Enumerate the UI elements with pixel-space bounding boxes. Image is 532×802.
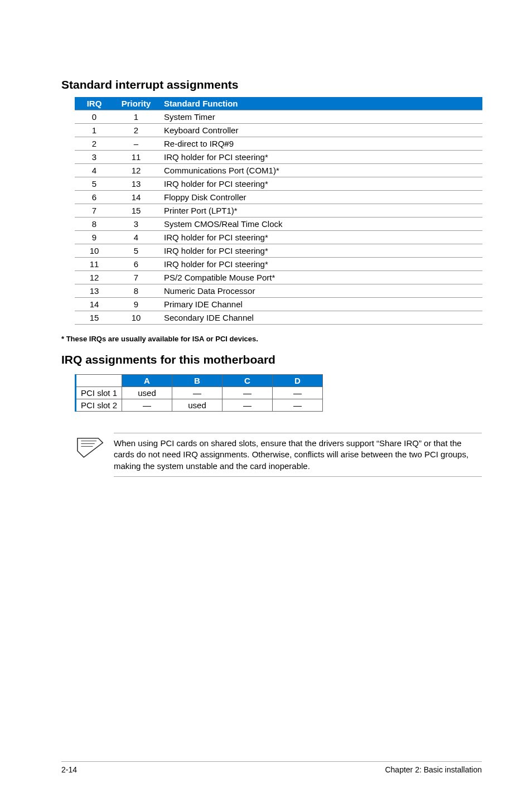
irq-cell-priority: 13 bbox=[114, 177, 158, 191]
irq-cell-irq: 5 bbox=[75, 177, 114, 191]
irq-cell-function: IRQ holder for PCI steering* bbox=[158, 231, 482, 244]
irq-cell-irq: 1 bbox=[75, 124, 114, 137]
irq-cell-function: Communications Port (COM1)* bbox=[158, 164, 482, 177]
irq-cell-irq: 12 bbox=[75, 271, 114, 284]
irq-cell-priority: 8 bbox=[114, 284, 158, 298]
table-row: 138Numeric Data Processor bbox=[75, 284, 482, 298]
irq-cell-function: System Timer bbox=[158, 110, 482, 124]
irq-cell-irq: 6 bbox=[75, 191, 114, 204]
table-row: 127PS/2 Compatible Mouse Port* bbox=[75, 271, 482, 284]
irq-footnote: * These IRQs are usually available for I… bbox=[61, 335, 482, 343]
pci-cell: — bbox=[172, 387, 223, 399]
page: Standard interrupt assignments IRQ Prior… bbox=[0, 0, 532, 802]
pci-cell: — bbox=[223, 387, 273, 399]
irq-cell-function: Printer Port (LPT1)* bbox=[158, 204, 482, 218]
table-row: 94IRQ holder for PCI steering* bbox=[75, 231, 482, 244]
table-row: 2–Re-direct to IRQ#9 bbox=[75, 137, 482, 151]
irq-cell-priority: 12 bbox=[114, 164, 158, 177]
pci-cell: — bbox=[223, 399, 273, 412]
irq-cell-function: IRQ holder for PCI steering* bbox=[158, 177, 482, 191]
table-row: 01System Timer bbox=[75, 110, 482, 124]
table-row: 412Communications Port (COM1)* bbox=[75, 164, 482, 177]
irq-cell-function: PS/2 Compatible Mouse Port* bbox=[158, 271, 482, 284]
irq-cell-irq: 0 bbox=[75, 110, 114, 124]
pci-cell: used bbox=[172, 399, 223, 412]
footer-page-number: 2-14 bbox=[61, 765, 77, 774]
note-text: When using PCI cards on shared slots, en… bbox=[114, 433, 482, 477]
irq-cell-irq: 15 bbox=[75, 311, 114, 325]
irq-cell-priority: 10 bbox=[114, 311, 158, 325]
irq-cell-function: Floppy Disk Controller bbox=[158, 191, 482, 204]
irq-cell-function: System CMOS/Real Time Clock bbox=[158, 218, 482, 231]
irq-th-function: Standard Function bbox=[158, 97, 482, 110]
note-icon bbox=[75, 433, 104, 461]
footer-chapter: Chapter 2: Basic installation bbox=[385, 765, 482, 774]
irq-cell-priority: 1 bbox=[114, 110, 158, 124]
pci-th-d: D bbox=[273, 375, 323, 387]
table-row: 116IRQ holder for PCI steering* bbox=[75, 258, 482, 271]
pci-th-a: A bbox=[122, 375, 172, 387]
table-row: 311IRQ holder for PCI steering* bbox=[75, 151, 482, 164]
irq-cell-irq: 14 bbox=[75, 298, 114, 311]
irq-cell-priority: 2 bbox=[114, 124, 158, 137]
irq-cell-function: IRQ holder for PCI steering* bbox=[158, 244, 482, 258]
page-footer: 2-14 Chapter 2: Basic installation bbox=[61, 761, 482, 774]
table-row: 715Printer Port (LPT1)* bbox=[75, 204, 482, 218]
irq-cell-priority: 6 bbox=[114, 258, 158, 271]
irq-cell-irq: 13 bbox=[75, 284, 114, 298]
pci-th-c: C bbox=[223, 375, 273, 387]
pci-table: A B C D PCI slot 1used———PCI slot 2—used… bbox=[75, 374, 323, 412]
irq-cell-priority: – bbox=[114, 137, 158, 151]
table-row: 614Floppy Disk Controller bbox=[75, 191, 482, 204]
irq-cell-priority: 9 bbox=[114, 298, 158, 311]
irq-cell-priority: 4 bbox=[114, 231, 158, 244]
table-row: PCI slot 2—used—— bbox=[76, 399, 323, 412]
irq-table: IRQ Priority Standard Function 01System … bbox=[75, 97, 482, 325]
irq-cell-irq: 9 bbox=[75, 231, 114, 244]
table-row: 149Primary IDE Channel bbox=[75, 298, 482, 311]
pci-cell: used bbox=[122, 387, 172, 399]
pci-th-empty bbox=[76, 375, 122, 387]
irq-cell-function: Secondary IDE Channel bbox=[158, 311, 482, 325]
irq-cell-priority: 14 bbox=[114, 191, 158, 204]
irq-cell-priority: 5 bbox=[114, 244, 158, 258]
pci-row-name: PCI slot 1 bbox=[76, 387, 122, 399]
heading-irq-assignments: IRQ assignments for this motherboard bbox=[61, 353, 482, 366]
irq-cell-irq: 11 bbox=[75, 258, 114, 271]
irq-cell-function: Re-direct to IRQ#9 bbox=[158, 137, 482, 151]
irq-cell-priority: 3 bbox=[114, 218, 158, 231]
table-row: 105IRQ holder for PCI steering* bbox=[75, 244, 482, 258]
irq-cell-priority: 11 bbox=[114, 151, 158, 164]
pci-row-name: PCI slot 2 bbox=[76, 399, 122, 412]
irq-cell-function: IRQ holder for PCI steering* bbox=[158, 151, 482, 164]
irq-cell-irq: 3 bbox=[75, 151, 114, 164]
heading-standard-interrupt: Standard interrupt assignments bbox=[61, 78, 482, 91]
table-row: 513IRQ holder for PCI steering* bbox=[75, 177, 482, 191]
irq-cell-function: Primary IDE Channel bbox=[158, 298, 482, 311]
irq-cell-function: IRQ holder for PCI steering* bbox=[158, 258, 482, 271]
pci-th-b: B bbox=[172, 375, 223, 387]
irq-cell-irq: 7 bbox=[75, 204, 114, 218]
table-row: PCI slot 1used——— bbox=[76, 387, 323, 399]
irq-cell-priority: 15 bbox=[114, 204, 158, 218]
note-block: When using PCI cards on shared slots, en… bbox=[75, 433, 482, 477]
table-row: 12Keyboard Controller bbox=[75, 124, 482, 137]
table-row: 83System CMOS/Real Time Clock bbox=[75, 218, 482, 231]
pci-cell: — bbox=[273, 387, 323, 399]
irq-cell-irq: 8 bbox=[75, 218, 114, 231]
irq-cell-function: Numeric Data Processor bbox=[158, 284, 482, 298]
irq-cell-function: Keyboard Controller bbox=[158, 124, 482, 137]
pci-cell: — bbox=[273, 399, 323, 412]
pci-cell: — bbox=[122, 399, 172, 412]
irq-cell-irq: 10 bbox=[75, 244, 114, 258]
irq-cell-priority: 7 bbox=[114, 271, 158, 284]
table-row: 1510Secondary IDE Channel bbox=[75, 311, 482, 325]
irq-cell-irq: 2 bbox=[75, 137, 114, 151]
irq-th-priority: Priority bbox=[114, 97, 158, 110]
irq-cell-irq: 4 bbox=[75, 164, 114, 177]
irq-th-irq: IRQ bbox=[75, 97, 114, 110]
